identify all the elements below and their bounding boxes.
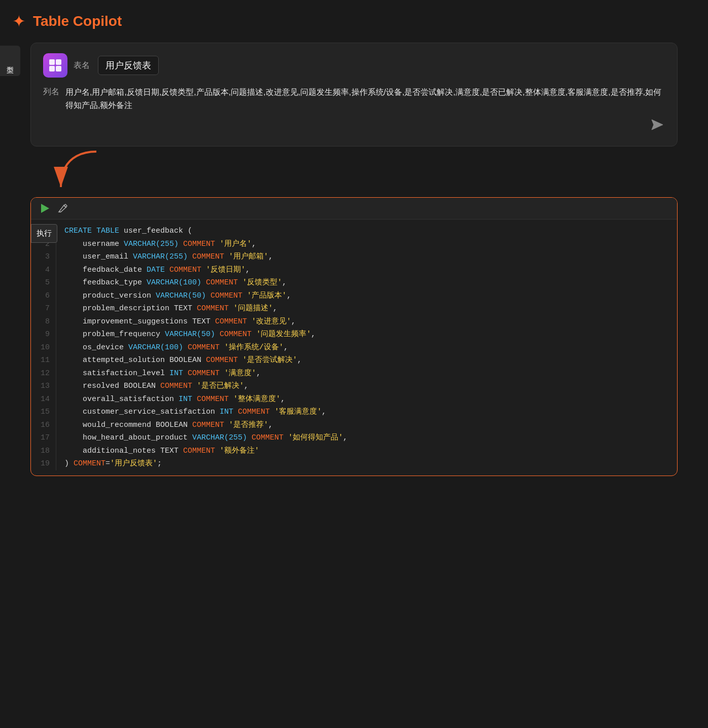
svg-rect-2 [49,66,55,71]
code-line-7: problem_description TEXT COMMENT '问题描述', [64,302,667,315]
code-line-8: improvement_suggestions TEXT COMMENT '改进… [64,315,667,329]
table-grid-icon [48,58,62,72]
code-line-2: username VARCHAR(255) COMMENT '用户名', [64,238,667,251]
sidebar-tab[interactable]: 类型 [0,46,20,76]
arrow-container [30,157,678,197]
columns-value: 用户名,用户邮箱,反馈日期,反馈类型,产品版本,问题描述,改进意见,问题发生频率… [65,86,665,112]
app-icon: ✦ [12,12,26,31]
code-line-11: attempted_solution BOOLEAN COMMENT '是否尝试… [64,354,667,367]
send-icon [649,117,665,133]
svg-marker-6 [41,204,49,213]
code-line-9: problem_frequency VARCHAR(50) COMMENT '问… [64,328,667,341]
columns-row: 列名 用户名,用户邮箱,反馈日期,反馈类型,产品版本,问题描述,改进意见,问题发… [43,86,665,112]
code-line-16: would_recommend BOOLEAN COMMENT '是否推荐', [64,419,667,432]
code-line-12: satisfaction_level INT COMMENT '满意度', [64,367,667,380]
app-title: Table Copilot [33,13,122,29]
code-line-10: os_device VARCHAR(100) COMMENT '操作系统/设备'… [64,341,667,354]
send-area [43,112,665,136]
run-button[interactable] [39,203,50,214]
arrow-icon [51,147,112,197]
code-line-5: feedback_type VARCHAR(100) COMMENT '反馈类型… [64,276,667,289]
pencil-icon [57,203,67,213]
top-card: 表名 用户反馈表 列名 用户名,用户邮箱,反馈日期,反馈类型,产品版本,问题描述… [30,43,678,147]
execute-button[interactable]: 执行 [31,224,57,243]
edit-button[interactable] [57,203,67,213]
code-line-4: feedback_date DATE COMMENT '反馈日期', [64,264,667,277]
svg-rect-1 [56,59,61,65]
code-line-14: overall_satisfaction INT COMMENT '整体满意度'… [64,393,667,406]
code-line-17: how_heard_about_product VARCHAR(255) COM… [64,431,667,445]
send-button[interactable] [649,117,665,136]
svg-rect-0 [49,59,55,65]
code-toolbar [31,198,677,220]
line-numbers: 2 3 4 5 6 7 8 9 10 11 12 13 14 15 16 17 … [31,225,56,470]
svg-marker-4 [652,120,663,130]
code-card: 执行 2 3 4 5 6 7 8 9 10 11 12 13 14 15 16 … [30,197,678,476]
table-icon-box [43,53,67,78]
code-line-19: ) COMMENT='用户反馈表'; [64,457,667,470]
app-header: ✦ Table Copilot [0,0,708,43]
main-container: 表名 用户反馈表 列名 用户名,用户邮箱,反馈日期,反馈类型,产品版本,问题描述… [30,43,678,476]
table-name-row: 表名 用户反馈表 [43,53,665,78]
run-icon [39,203,50,214]
code-line-3: user_email VARCHAR(255) COMMENT '用户邮箱', [64,250,667,264]
table-name-label: 表名 [74,60,90,71]
code-line-1: CREATE TABLE user_feedback ( [64,225,667,238]
code-content: CREATE TABLE user_feedback ( username VA… [64,225,677,470]
code-line-6: product_version VARCHAR(50) COMMENT '产品版… [64,289,667,303]
svg-rect-3 [56,66,61,71]
code-editor[interactable]: 2 3 4 5 6 7 8 9 10 11 12 13 14 15 16 17 … [31,220,677,476]
code-line-13: resolved BOOLEAN COMMENT '是否已解决', [64,380,667,393]
table-name-value: 用户反馈表 [98,56,159,75]
code-line-18: additional_notes TEXT COMMENT '额外备注' [64,445,667,458]
code-line-15: customer_service_satisfaction INT COMMEN… [64,406,667,419]
columns-label: 列名 [43,86,59,97]
